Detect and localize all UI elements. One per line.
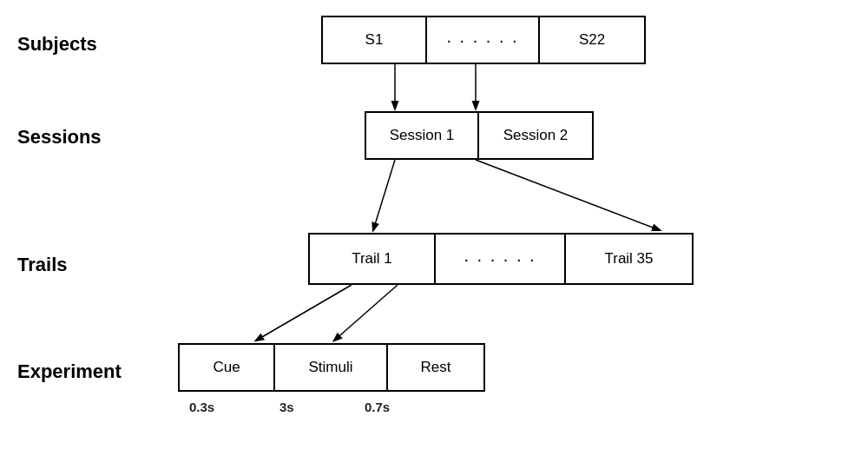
experiment-label: Experiment (17, 360, 122, 383)
session-2: Session 2 (479, 113, 592, 158)
session-1: Session 1 (366, 113, 479, 158)
trail-35: Trail 35 (566, 235, 692, 283)
svg-line-2 (373, 160, 395, 230)
sessions-box: Session 1 Session 2 (365, 111, 594, 160)
subject-dots: · · · · · · (427, 17, 540, 63)
subjects-box: S1 · · · · · · S22 (321, 16, 646, 64)
trails-label: Trails (17, 254, 67, 276)
svg-line-3 (476, 160, 660, 230)
experiment-box: Cue Stimuli Rest (178, 343, 485, 392)
time-cue: 0.3s (189, 400, 214, 414)
exp-rest: Rest (388, 345, 483, 390)
subjects-label: Subjects (17, 33, 97, 56)
time-rest: 0.7s (365, 400, 390, 414)
exp-stimuli: Stimuli (275, 345, 388, 390)
trail-1: Trail 1 (310, 235, 436, 283)
subject-s1: S1 (323, 17, 427, 63)
subject-s22: S22 (540, 17, 644, 63)
diagram: Subjects S1 · · · · · · S22 Sessions Ses… (0, 0, 868, 476)
trail-dots: · · · · · · (436, 235, 566, 283)
svg-line-4 (256, 285, 352, 340)
sessions-label: Sessions (17, 126, 102, 149)
exp-cue: Cue (180, 345, 275, 390)
svg-line-5 (334, 285, 398, 340)
time-stimuli: 3s (279, 400, 294, 414)
trails-box: Trail 1 · · · · · · Trail 35 (308, 233, 694, 285)
